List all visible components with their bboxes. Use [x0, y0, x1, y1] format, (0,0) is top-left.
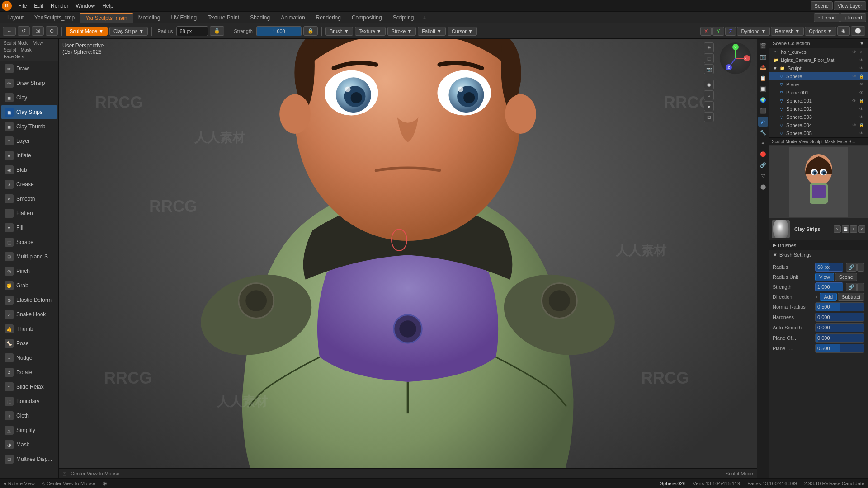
visibility-toggle-plane[interactable]: 👁 — [858, 81, 864, 88]
tool-multires-disp[interactable]: ⊡ Multires Disp... — [1, 452, 57, 466]
view-tab-2[interactable]: View — [799, 139, 809, 144]
visibility-toggle-sphere005[interactable]: 👁 — [858, 130, 864, 136]
outliner-lights-camera[interactable]: 📁 Lights_Camera_Floor_Mat 👁 — [769, 56, 868, 64]
tool-clay-thumb[interactable]: ◼ Clay Thumb — [1, 120, 57, 133]
tool-thumb[interactable]: 👍 Thumb — [1, 322, 57, 336]
physics-props-icon-btn[interactable]: 🔴 — [758, 149, 768, 159]
radius-prop-bar[interactable]: 68 px — [815, 263, 843, 272]
viewport-bottom-icon[interactable]: ⊡ — [62, 470, 67, 477]
brush-dropdown[interactable]: Brush ▼ — [326, 27, 353, 36]
outliner-sculpt[interactable]: ▼ 📁 Sculpt 👁 — [769, 64, 868, 72]
tool-multiplane-s[interactable]: ⊞ Multi-plane S... — [1, 250, 57, 263]
move-tool-btn[interactable]: ↔ — [3, 27, 16, 36]
tool-grab[interactable]: ✊ Grab — [1, 279, 57, 292]
tool-snake-hook[interactable]: ↗ Snake Hook — [1, 308, 57, 321]
object-props-icon-btn[interactable]: ⬛ — [758, 106, 768, 116]
texture-dropdown[interactable]: Texture ▼ — [355, 27, 386, 36]
tool-blob[interactable]: ◉ Blob — [1, 163, 57, 177]
tab-shading[interactable]: Shading — [245, 13, 275, 22]
auto-smooth-bar[interactable]: 0.000 — [815, 323, 864, 332]
menu-help[interactable]: Help — [99, 2, 117, 10]
xyz-x-btn[interactable]: X — [700, 27, 712, 36]
visibility-toggle-plane001[interactable]: 👁 — [858, 89, 864, 96]
visibility-toggle-lights[interactable]: 👁 — [858, 57, 864, 63]
axis-gizmo[interactable]: X Y Z — [720, 42, 751, 74]
tab-animation[interactable]: Animation — [275, 13, 310, 22]
cursor-dropdown[interactable]: Cursor ▼ — [448, 27, 477, 36]
visibility-toggle-sphere004[interactable]: 👁 — [851, 122, 857, 128]
restrict-toggle-sphere001[interactable]: 🔒 — [858, 98, 864, 104]
viewport[interactable]: RRCG RRCG RRCG RRCG RRCG 人人素材 人人素材 人人素材 … — [59, 39, 757, 478]
outliner-sphere002[interactable]: ▽ Sphere.002 👁 — [769, 105, 868, 113]
brush-delete-btn[interactable]: × — [858, 225, 865, 233]
visibility-toggle-hair[interactable]: 👁 — [851, 49, 857, 55]
sculpt-mode-dropdown[interactable]: Sculpt Mode ▼ — [66, 27, 108, 36]
brushes-section-header[interactable]: ▶ Brushes — [769, 240, 868, 250]
render-props-icon-btn[interactable]: 📷 — [758, 52, 768, 61]
world-props-icon-btn[interactable]: 🌍 — [758, 95, 768, 105]
material-shading-btn[interactable]: ○ — [704, 90, 714, 100]
import-button[interactable]: ↓ Import — [840, 13, 866, 22]
hardness-bar[interactable]: 0.000 — [815, 313, 864, 322]
data-props-icon-btn[interactable]: ▽ — [758, 171, 768, 181]
plane-offset-bar[interactable]: 0.000 — [815, 333, 864, 343]
tool-draw-sharp[interactable]: ✏ Draw Sharp — [1, 76, 57, 90]
tool-slide-relax[interactable]: ~ Slide Relax — [1, 380, 57, 394]
output-props-icon-btn[interactable]: 📤 — [758, 62, 768, 72]
menu-edit[interactable]: Edit — [30, 2, 47, 10]
viewport-shading-btn[interactable]: ⚪ — [851, 26, 865, 36]
sculpt-mode-tab[interactable]: Sculpt Mode — [2, 40, 31, 46]
tool-draw[interactable]: ✏ Draw — [1, 62, 57, 75]
tool-layer[interactable]: ≡ Layer — [1, 134, 57, 148]
constraints-props-icon-btn[interactable]: 🔗 — [758, 160, 768, 170]
tab-uv-editing[interactable]: UV Editing — [165, 13, 202, 22]
direction-add-btn[interactable]: Add — [820, 293, 837, 301]
tool-scrape[interactable]: ◫ Scrape — [1, 235, 57, 249]
tab-layout[interactable]: Layout — [2, 13, 29, 22]
sculpt-props-icon-btn[interactable]: 🖌 — [758, 117, 768, 127]
dyntopo-btn[interactable]: Dyntopo ▼ — [737, 27, 770, 36]
view-perspective-btn[interactable]: ⬚ — [704, 53, 714, 63]
outliner-sphere005[interactable]: ▽ Sphere.005 👁 — [769, 129, 868, 137]
radius-input[interactable] — [176, 26, 208, 36]
visibility-toggle-sphere003[interactable]: 👁 — [858, 114, 864, 120]
stroke-dropdown[interactable]: Stroke ▼ — [387, 27, 416, 36]
outliner-header[interactable]: Scene Collection ▼ — [769, 39, 868, 48]
scale-tool-btn[interactable]: ⇲ — [32, 26, 44, 36]
menu-window[interactable]: Window — [72, 2, 99, 10]
tab-yansculpts-main[interactable]: YanSculpts_main — [80, 13, 133, 23]
outliner-filter-icon[interactable]: ▼ — [859, 41, 864, 46]
radius-unit-view-btn[interactable]: View — [815, 273, 834, 281]
tool-simplify[interactable]: △ Simplify — [1, 423, 57, 437]
brush-selector[interactable]: Clay Strips ▼ — [109, 27, 148, 36]
menu-file[interactable]: File — [14, 2, 30, 10]
brush-new-btn[interactable]: + — [850, 225, 857, 233]
strength-prop-bar[interactable]: 1.000 — [815, 282, 843, 291]
tool-elastic-deform[interactable]: ⊗ Elastic Deform — [1, 293, 57, 307]
menu-render[interactable]: Render — [47, 2, 72, 10]
outliner-sphere[interactable]: ▽ Sphere 👁 🔒 — [769, 72, 868, 80]
outliner-plane[interactable]: ▽ Plane 👁 — [769, 80, 868, 89]
tool-pinch[interactable]: ◎ Pinch — [1, 264, 57, 278]
scene-props-icon-btn[interactable]: 🎬 — [758, 41, 768, 51]
tool-clay[interactable]: ◼ Clay — [1, 91, 57, 104]
sculpt-tab-2[interactable]: Sculpt — [810, 139, 823, 144]
xyz-y-btn[interactable]: Y — [712, 27, 724, 36]
particles-props-icon-btn[interactable]: ✦ — [758, 138, 768, 148]
restrict-toggle-sphere004[interactable]: 🔒 — [858, 122, 864, 128]
direction-subtract-btn[interactable]: Subtract — [838, 293, 864, 301]
export-button[interactable]: ↑ Export — [814, 13, 840, 22]
tool-flatten[interactable]: — Flatten — [1, 206, 57, 220]
wireframe-shading-btn[interactable]: ⊡ — [704, 112, 714, 122]
outliner-plane001[interactable]: ▽ Plane.001 👁 — [769, 89, 868, 97]
tool-crease[interactable]: ∧ Crease — [1, 178, 57, 191]
tool-boundary[interactable]: ⬚ Boundary — [1, 394, 57, 408]
rotate-tool-btn[interactable]: ↺ — [18, 26, 30, 36]
visibility-toggle-sphere001[interactable]: 👁 — [851, 98, 857, 104]
strength-lock-btn[interactable]: 🔒 — [303, 26, 318, 36]
tool-clay-strips[interactable]: ▦ Clay Strips — [1, 105, 57, 119]
options-btn[interactable]: Options ▼ — [805, 27, 836, 36]
outliner-sphere004[interactable]: ▽ Sphere.004 👁 🔒 — [769, 121, 868, 129]
remesh-btn[interactable]: Remesh ▼ — [771, 27, 804, 36]
face-sets-tab[interactable]: Face Sets — [2, 54, 26, 60]
